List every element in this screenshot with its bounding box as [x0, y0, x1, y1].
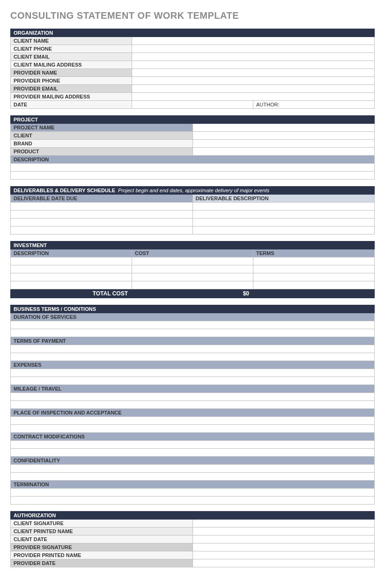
input-brand[interactable] [192, 140, 375, 148]
input-provider-mailing[interactable] [132, 93, 375, 101]
inv-cost-2[interactable] [132, 265, 253, 273]
col-deliverable-date: DELIVERABLE DATE DUE [11, 195, 193, 203]
input-termination-1[interactable] [11, 489, 375, 497]
inv-terms-2[interactable] [253, 265, 375, 273]
label-inspection: PLACE OF INSPECTION AND ACCEPTANCE [11, 409, 375, 417]
input-provider-phone[interactable] [132, 77, 375, 85]
inv-desc-4[interactable] [11, 281, 132, 289]
input-provider-print[interactable] [192, 551, 375, 559]
input-client-email[interactable] [132, 53, 375, 61]
input-client-phone[interactable] [132, 45, 375, 53]
project-header: PROJECT [11, 116, 375, 124]
input-payment-1[interactable] [11, 345, 375, 353]
inv-cost-4[interactable] [132, 281, 253, 289]
deliverables-header: DELIVERABLES & DELIVERY SCHEDULE Project… [11, 187, 375, 195]
input-date[interactable] [132, 101, 253, 109]
deliverable-desc-3[interactable] [192, 219, 375, 226]
inv-desc-1[interactable] [11, 257, 132, 265]
label-client-phone: CLIENT PHONE [11, 45, 132, 53]
investment-section: INVESTMENT DESCRIPTION COST TERMS TOTAL … [10, 241, 375, 298]
input-payment-2[interactable] [11, 353, 375, 361]
label-provider-mailing: PROVIDER MAILING ADDRESS [11, 93, 132, 101]
label-payment: TERMS OF PAYMENT [11, 337, 375, 345]
terms-header: BUSINESS TERMS / CONDITIONS [11, 305, 375, 313]
input-termination-2[interactable] [11, 497, 375, 505]
label-client-sig: CLIENT SIGNATURE [11, 520, 193, 528]
deliverable-desc-2[interactable] [192, 211, 375, 219]
inv-cost-3[interactable] [132, 273, 253, 281]
investment-header: INVESTMENT [11, 241, 375, 249]
total-cost-label: TOTAL COST [11, 289, 132, 298]
label-termination: TERMINATION [11, 481, 375, 489]
inv-terms-3[interactable] [253, 273, 375, 281]
label-brand: BRAND [11, 140, 193, 148]
col-deliverable-desc: DELIVERABLE DESCRIPTION [192, 195, 375, 203]
input-expenses-1[interactable] [11, 369, 375, 377]
label-description: DESCRIPTION [11, 156, 375, 164]
input-description-1[interactable] [11, 164, 375, 172]
col-inv-desc: DESCRIPTION [11, 249, 132, 257]
label-mileage: MILEAGE / TRAVEL [11, 385, 375, 393]
input-client-print[interactable] [192, 528, 375, 535]
input-confidentiality-2[interactable] [11, 473, 375, 481]
input-description-2[interactable] [11, 172, 375, 180]
input-mileage-1[interactable] [11, 393, 375, 401]
input-provider-sig[interactable] [192, 543, 375, 551]
deliverable-desc-4[interactable] [192, 226, 375, 234]
inv-desc-3[interactable] [11, 273, 132, 281]
input-duration-2[interactable] [11, 329, 375, 337]
deliverable-date-4[interactable] [11, 226, 193, 234]
label-provider-email: PROVIDER EMAIL [11, 85, 132, 93]
label-date: DATE [11, 101, 132, 109]
col-inv-terms: TERMS [253, 249, 375, 257]
authorization-section: AUTHORIZATION CLIENT SIGNATURE CLIENT PR… [10, 511, 375, 567]
inv-cost-1[interactable] [132, 257, 253, 265]
deliverables-note: Project begin and end dates, approximate… [118, 188, 269, 193]
deliverable-date-3[interactable] [11, 219, 193, 226]
label-provider-sig: PROVIDER SIGNATURE [11, 543, 193, 551]
input-provider-name[interactable] [132, 69, 375, 77]
input-client-sig[interactable] [192, 520, 375, 528]
input-client-name[interactable] [132, 37, 375, 45]
label-client-date: CLIENT DATE [11, 535, 193, 543]
input-inspection-1[interactable] [11, 417, 375, 425]
label-provider-phone: PROVIDER PHONE [11, 77, 132, 85]
inv-terms-4[interactable] [253, 281, 375, 289]
total-cost-spacer [253, 289, 375, 298]
label-expenses: EXPENSES [11, 361, 375, 369]
label-duration: DURATION OF SERVICES [11, 313, 375, 321]
terms-section: BUSINESS TERMS / CONDITIONS DURATION OF … [10, 305, 375, 505]
input-inspection-2[interactable] [11, 425, 375, 433]
label-project-name: PROJECT NAME [11, 124, 193, 132]
input-duration-1[interactable] [11, 321, 375, 329]
col-inv-cost: COST [132, 249, 253, 257]
label-client-email: CLIENT EMAIL [11, 53, 132, 61]
input-product[interactable] [192, 148, 375, 156]
deliverables-section: DELIVERABLES & DELIVERY SCHEDULE Project… [10, 186, 375, 234]
deliverable-date-2[interactable] [11, 211, 193, 219]
input-provider-date[interactable] [192, 559, 375, 567]
input-modifications-2[interactable] [11, 449, 375, 457]
label-modifications: CONTRACT MODIFICATIONS [11, 433, 375, 441]
label-client-mailing: CLIENT MAILING ADDRESS [11, 61, 132, 69]
label-provider-print: PROVIDER PRINTED NAME [11, 551, 193, 559]
inv-desc-2[interactable] [11, 265, 132, 273]
inv-terms-1[interactable] [253, 257, 375, 265]
input-client-date[interactable] [192, 535, 375, 543]
input-provider-email[interactable] [132, 85, 375, 93]
label-client-name: CLIENT NAME [11, 37, 132, 45]
page-title: CONSULTING STATEMENT OF WORK TEMPLATE [10, 10, 375, 21]
label-project-client: CLIENT [11, 132, 193, 140]
deliverable-desc-1[interactable] [192, 203, 375, 211]
input-modifications-1[interactable] [11, 441, 375, 449]
total-cost-value: $0 [132, 289, 253, 298]
input-confidentiality-1[interactable] [11, 465, 375, 473]
input-expenses-2[interactable] [11, 377, 375, 385]
label-author[interactable]: AUTHOR: [253, 101, 375, 109]
input-mileage-2[interactable] [11, 401, 375, 409]
input-project-name[interactable] [192, 124, 375, 132]
label-confidentiality: CONFIDENTIALITY [11, 457, 375, 465]
input-client-mailing[interactable] [132, 61, 375, 69]
deliverable-date-1[interactable] [11, 203, 193, 211]
input-project-client[interactable] [192, 132, 375, 140]
